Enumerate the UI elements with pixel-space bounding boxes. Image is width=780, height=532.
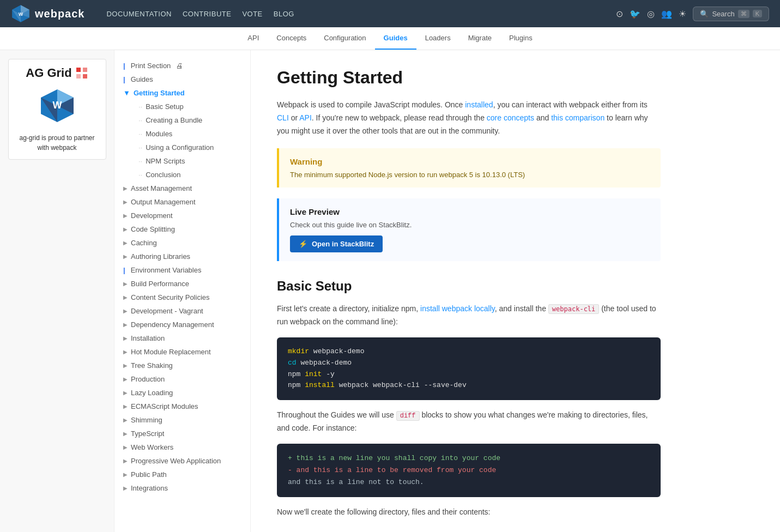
- nav-blog[interactable]: BLOG: [274, 10, 294, 18]
- ad-description: ag-grid is proud to partner with webpack: [15, 133, 99, 153]
- search-button[interactable]: 🔍 Search ⌘ K: [693, 7, 769, 21]
- sidebar-typescript[interactable]: ▶ TypeScript: [114, 427, 250, 440]
- sidebar-development[interactable]: ▶ Development: [114, 209, 250, 222]
- sidebar-development-label: Development: [131, 211, 173, 220]
- ag-grid-logo-icon: [75, 66, 88, 80]
- webpack-cli-link[interactable]: webpack-cli: [548, 304, 599, 314]
- intro-text-5: and: [534, 113, 551, 122]
- sidebar-getting-started[interactable]: ▼ Getting Started: [114, 86, 250, 100]
- cli-link[interactable]: CLI: [277, 113, 289, 122]
- nav-concepts[interactable]: Concepts: [268, 27, 315, 50]
- nav-api[interactable]: API: [239, 27, 268, 50]
- sidebar-ecmascript-label: ECMAScript Modules: [131, 402, 198, 410]
- core-concepts-link[interactable]: core concepts: [487, 113, 534, 122]
- chevron-right-icon-4: ▶: [123, 226, 128, 232]
- sidebar-dev-vagrant[interactable]: ▶ Development - Vagrant: [114, 304, 250, 318]
- sidebar-integrations[interactable]: ▶ Integrations: [114, 481, 250, 495]
- sidebar-environment-variables[interactable]: | Environment Variables: [114, 263, 250, 277]
- sidebar-creating-bundle-label: Creating a Bundle: [146, 116, 202, 124]
- sidebar-production[interactable]: ▶ Production: [114, 372, 250, 386]
- sidebar-dev-vagrant-label: Development - Vagrant: [131, 307, 203, 315]
- chevron-right-icon-11: ▶: [123, 335, 128, 341]
- sidebar-production-label: Production: [131, 375, 165, 383]
- comparison-link[interactable]: this comparison: [551, 113, 604, 122]
- nav-guides[interactable]: Guides: [375, 27, 416, 50]
- page-layout: AG Grid W ag-grid is proud to partner w: [0, 50, 780, 532]
- basic-setup-text-2: , and install the: [495, 304, 548, 313]
- sidebar-hmr[interactable]: ▶ Hot Module Replacement: [114, 345, 250, 359]
- sidebar-installation-label: Installation: [131, 334, 165, 342]
- ad-box[interactable]: AG Grid W ag-grid is proud to partner w: [8, 59, 106, 160]
- sidebar-code-splitting[interactable]: ▶ Code Splitting: [114, 222, 250, 236]
- twitter-icon[interactable]: 🐦: [630, 9, 640, 19]
- sidebar-public-path[interactable]: ▶ Public Path: [114, 468, 250, 481]
- svg-rect-6: [83, 68, 87, 72]
- sidebar-caching[interactable]: ▶ Caching: [114, 236, 250, 250]
- print-icon: 🖨: [176, 62, 183, 70]
- sidebar-lazy-loading[interactable]: ▶ Lazy Loading: [114, 386, 250, 400]
- sidebar-installation[interactable]: ▶ Installation: [114, 331, 250, 345]
- stack-overflow-icon[interactable]: ◎: [647, 9, 655, 19]
- sidebar-basic-setup[interactable]: ·· Basic Setup: [114, 100, 250, 113]
- sidebar-using-configuration[interactable]: ·· Using a Configuration: [114, 141, 250, 154]
- code-npm: npm: [288, 370, 305, 378]
- community-icon[interactable]: 👥: [661, 9, 672, 19]
- sidebar-authoring-libraries[interactable]: ▶ Authoring Libraries: [114, 250, 250, 263]
- sidebar-code-splitting-label: Code Splitting: [131, 225, 175, 233]
- chevron-right-icon-12: ▶: [123, 349, 128, 355]
- diff-block: + this is a new line you shall copy into…: [277, 444, 661, 497]
- sidebar-print-label: Print Section: [131, 62, 171, 70]
- nav-configuration[interactable]: Configuration: [315, 27, 374, 50]
- sidebar-dependency-management[interactable]: ▶ Dependency Management: [114, 318, 250, 331]
- sidebar-guides-label: Guides: [131, 75, 153, 83]
- sidebar: | Print Section 🖨 | Guides ▼ Getting Sta…: [114, 50, 251, 532]
- sidebar-npm-scripts[interactable]: ·· NPM Scripts: [114, 154, 250, 168]
- sidebar-web-workers[interactable]: ▶ Web Workers: [114, 440, 250, 454]
- sidebar-pipe-guides-icon: |: [123, 75, 125, 83]
- install-webpack-link[interactable]: install webpack locally: [420, 304, 495, 313]
- sidebar-dependency-management-label: Dependency Management: [131, 321, 214, 329]
- theme-toggle-icon[interactable]: ☀: [679, 9, 686, 19]
- chevron-right-icon-7: ▶: [123, 281, 128, 287]
- sidebar-build-performance-label: Build Performance: [131, 280, 189, 288]
- sidebar-output-management[interactable]: ▶ Output Management: [114, 195, 250, 209]
- sidebar-pwa[interactable]: ▶ Progressive Web Application: [114, 454, 250, 468]
- nav-migrate[interactable]: Migrate: [459, 27, 500, 50]
- sidebar-asset-management[interactable]: ▶ Asset Management: [114, 182, 250, 195]
- sidebar-guides[interactable]: | Guides: [114, 72, 250, 86]
- warning-box: Warning The minimum supported Node.js ve…: [277, 148, 661, 188]
- chevron-right-icon-17: ▶: [123, 417, 128, 423]
- nav-loaders[interactable]: Loaders: [416, 27, 459, 50]
- sidebar-build-performance[interactable]: ▶ Build Performance: [114, 277, 250, 291]
- intro-text-1: Webpack is used to compile JavaScript mo…: [277, 100, 465, 109]
- logo-area[interactable]: W webpack: [11, 4, 84, 23]
- installed-link[interactable]: installed: [465, 100, 493, 109]
- sidebar-ecmascript[interactable]: ▶ ECMAScript Modules: [114, 400, 250, 413]
- nav-contribute[interactable]: CONTRIBUTE: [183, 10, 232, 18]
- api-link[interactable]: API: [299, 113, 312, 122]
- nav-vote[interactable]: VOTE: [242, 10, 262, 18]
- sidebar-conclusion[interactable]: ·· Conclusion: [114, 168, 250, 182]
- code-init-y: -y: [326, 370, 335, 378]
- github-icon[interactable]: ⊙: [616, 9, 623, 19]
- sidebar-typescript-label: TypeScript: [131, 430, 164, 438]
- sidebar-content-security[interactable]: ▶ Content Security Policies: [114, 291, 250, 304]
- code-line-4: npm install webpack webpack-cli --save-d…: [288, 380, 650, 391]
- chevron-right-icon-8: ▶: [123, 294, 128, 300]
- chevron-right-icon: ▶: [123, 185, 128, 191]
- sidebar-modules[interactable]: ·· Modules: [114, 127, 250, 141]
- sub-item-dot-icon-4: ··: [138, 143, 142, 152]
- sidebar-shimming[interactable]: ▶ Shimming: [114, 413, 250, 427]
- sidebar-tree-shaking[interactable]: ▶ Tree Shaking: [114, 359, 250, 372]
- sidebar-creating-bundle[interactable]: ·· Creating a Bundle: [114, 113, 250, 127]
- nav-documentation[interactable]: DOCUMENTATION: [106, 10, 171, 18]
- chevron-right-icon-20: ▶: [123, 458, 128, 464]
- open-stackblitz-button[interactable]: ⚡ Open in StackBlitz: [290, 235, 383, 252]
- nav-plugins[interactable]: Plugins: [500, 27, 541, 50]
- svg-rect-7: [76, 74, 81, 78]
- chevron-right-icon-22: ▶: [123, 485, 128, 491]
- sidebar-print-section[interactable]: | Print Section 🖨: [114, 59, 250, 72]
- sidebar-conclusion-label: Conclusion: [146, 171, 180, 179]
- svg-text:W: W: [19, 11, 23, 17]
- svg-text:W: W: [52, 100, 62, 111]
